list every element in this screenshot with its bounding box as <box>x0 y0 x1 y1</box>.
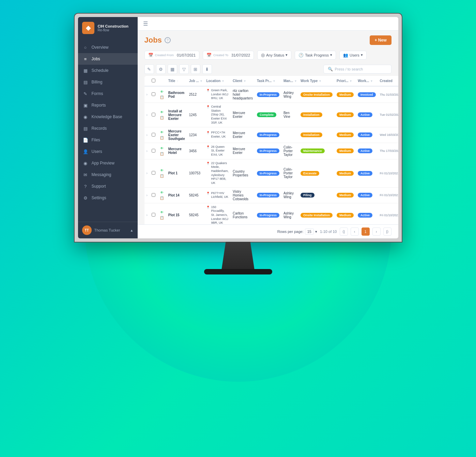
toolbar-left: ✎ ⚙ ▦ ▽ ⊞ ⬇ <box>144 64 212 74</box>
expand-cell[interactable]: › <box>144 143 150 159</box>
help-icon[interactable]: ? <box>165 37 171 43</box>
job-no-cell: 58245 <box>187 187 204 203</box>
sidebar-item-label: Settings <box>92 195 106 200</box>
location-cell: 📍 150 Piccadilly, St. James's, London W1… <box>204 203 231 224</box>
checkbox-cell[interactable] <box>150 187 157 203</box>
created-from-filter[interactable]: 📅 Created From 01/07/2021 <box>144 51 200 60</box>
settings-button[interactable]: ⚙ <box>156 64 166 74</box>
location-cell: 📍 Central Station (Stop 26), Exeter EX4 … <box>204 103 231 127</box>
rows-per-page: Rows per page: 15 ▾ <box>277 228 317 235</box>
work-status-cell: Active <box>356 203 378 224</box>
grid-button[interactable]: ⊞ <box>191 64 200 74</box>
sidebar-item-records[interactable]: ▤ Records <box>78 123 138 134</box>
col-location[interactable]: Location ▾ <box>204 76 231 86</box>
calendar-icon: 📅 <box>148 53 153 58</box>
sidebar-item-app-preview[interactable]: ◉ App Preview <box>78 157 138 169</box>
task-progress-badge: Complete <box>257 112 276 117</box>
priority-cell: Medium <box>335 159 356 187</box>
next-page-button[interactable]: › <box>372 227 381 236</box>
work-status-cell: Active <box>356 159 378 187</box>
page-range: 1-10 of 10 <box>320 230 337 234</box>
checkbox-cell[interactable] <box>150 127 157 143</box>
task-progress-badge: In-Progress <box>257 92 279 97</box>
sidebar-item-schedule[interactable]: ▦ Schedule <box>78 65 138 76</box>
task-progress-filter[interactable]: 🕐 Task Progress ▾ <box>295 51 336 60</box>
checkbox-cell[interactable] <box>150 143 157 159</box>
col-checkbox[interactable] <box>150 76 157 86</box>
col-work-status[interactable]: Work... ▾ <box>356 76 378 86</box>
location-text: 22 Quakers Mede, Haddenham, Aylesbury HP… <box>211 161 229 185</box>
status-badge: Active <box>358 148 372 153</box>
eye-icon: 👁 <box>159 210 164 215</box>
expand-cell[interactable]: › <box>144 103 150 127</box>
sidebar-item-files[interactable]: 📄 Files <box>78 134 138 146</box>
created-to-filter[interactable]: 📅 Created To 31/07/2022 <box>203 51 254 60</box>
sidebar-item-jobs[interactable]: ≡ Jobs <box>78 53 138 65</box>
expand-cell[interactable]: › <box>144 127 150 143</box>
col-priority[interactable]: Priori... ▾ <box>335 76 356 86</box>
rows-count[interactable]: 15 <box>305 228 314 235</box>
search-box[interactable]: 🔍 Press / to search <box>323 65 391 74</box>
sidebar-item-reports[interactable]: ▣ Reports <box>78 99 138 111</box>
sidebar-item-users[interactable]: 👤 Users <box>78 146 138 157</box>
col-job[interactable]: Job ... ▾ <box>187 76 204 86</box>
toolbar-row: ✎ ⚙ ▦ ▽ ⊞ ⬇ 🔍 Press / to search <box>138 62 398 76</box>
client-cell: Mercure Exeter <box>231 103 255 127</box>
sidebar-item-billing[interactable]: ▤ Billing <box>78 76 138 88</box>
topbar: ☰ <box>138 17 398 31</box>
edit-button[interactable]: ✎ <box>144 64 154 74</box>
expand-cell[interactable]: › <box>144 187 150 203</box>
checkbox-cell[interactable] <box>150 159 157 187</box>
jobs-icon: ≡ <box>83 56 88 62</box>
col-icons <box>157 76 166 86</box>
sidebar-item-settings[interactable]: ⚙ Settings <box>78 192 138 204</box>
title-cell: Mercure Exeter Southgate <box>166 127 187 143</box>
sidebar-item-overview[interactable]: ○ Overview <box>78 42 138 53</box>
expand-cell[interactable]: › <box>144 86 150 103</box>
col-created[interactable]: Created <box>378 76 398 86</box>
jobs-table: Title ↑ Job ... ▾ Location ▾ Client ▾ Ta… <box>144 76 398 224</box>
work-type-cell: Piling <box>298 187 335 203</box>
col-title[interactable]: Title ↑ <box>166 76 187 86</box>
hamburger-icon[interactable]: ☰ <box>143 20 148 27</box>
checkbox-cell[interactable] <box>150 86 157 103</box>
col-work-type[interactable]: Work Type ▾ <box>298 76 335 86</box>
export-button[interactable]: ⬇ <box>202 64 212 74</box>
new-button[interactable]: + New <box>370 35 391 45</box>
first-page-button[interactable]: ⟨| <box>340 227 348 236</box>
checkbox-cell[interactable] <box>150 103 157 127</box>
users-filter[interactable]: 👥 Users ▾ <box>339 51 367 60</box>
work-status-cell: Active <box>356 127 378 143</box>
billing-icon: ▤ <box>83 79 88 85</box>
last-page-button[interactable]: |⟩ <box>383 227 391 236</box>
status-filter[interactable]: ◎ Any Status ▾ <box>257 50 291 60</box>
company-logo: ◆ <box>82 22 94 34</box>
pin-icon: 📍 <box>206 206 210 210</box>
sidebar-item-forms[interactable]: ✎ Forms <box>78 88 138 99</box>
expand-cell[interactable]: › <box>144 203 150 224</box>
priority-cell: Medium <box>335 203 356 224</box>
task-progress-badge: In-Progress <box>257 148 279 153</box>
work-status-cell: Invoiced <box>356 86 378 103</box>
col-task-progress[interactable]: Task Pr... ▾ <box>255 76 281 86</box>
work-type-cell: Onsite Installation <box>298 203 335 224</box>
prev-page-button[interactable]: ‹ <box>351 227 359 236</box>
rows-dropdown-icon: ▾ <box>315 230 317 234</box>
sidebar-item-knowledge-base[interactable]: ◉ Knowledge Base <box>78 111 138 123</box>
created-to-value: 31/07/2022 <box>231 53 250 57</box>
work-type-badge: Onsite Installation <box>301 92 333 97</box>
sidebar-item-messaging[interactable]: ✉ Messaging <box>78 169 138 180</box>
columns-button[interactable]: ▦ <box>168 64 177 74</box>
current-page-button[interactable]: 1 <box>362 227 370 236</box>
col-manager[interactable]: Man... ▾ <box>281 76 298 86</box>
col-client[interactable]: Client ▾ <box>231 76 255 86</box>
task-progress-cell: In-Progress <box>255 143 281 159</box>
sidebar-item-support[interactable]: ? Support <box>78 180 138 192</box>
expand-cell[interactable]: › <box>144 159 150 187</box>
sidebar-item-label: Schedule <box>92 68 109 73</box>
sidebar-item-label: Files <box>92 138 100 142</box>
checkbox-cell[interactable] <box>150 203 157 224</box>
work-type-cell: Maintenance <box>298 143 335 159</box>
row-icons-cell: 👁 📋 <box>157 103 166 127</box>
filter-button[interactable]: ▽ <box>179 64 189 74</box>
